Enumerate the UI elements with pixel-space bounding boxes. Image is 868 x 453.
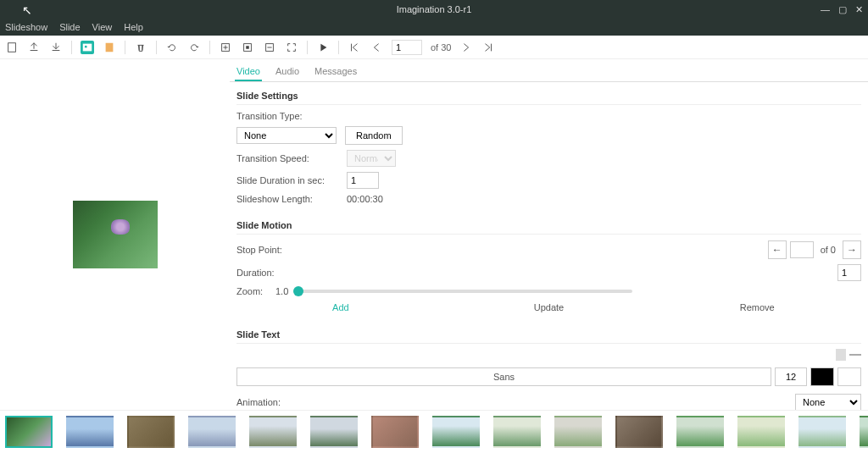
zoom-slider[interactable] bbox=[293, 290, 632, 293]
new-icon[interactable] bbox=[5, 41, 19, 54]
slide-duration-label: Slide Duration in sec: bbox=[236, 175, 347, 185]
page-input[interactable] bbox=[392, 40, 422, 55]
thumbnail[interactable] bbox=[66, 416, 114, 448]
play-icon[interactable] bbox=[316, 41, 330, 54]
thumbnail[interactable] bbox=[493, 416, 541, 448]
transition-speed-select: Normal bbox=[347, 150, 396, 167]
first-icon[interactable] bbox=[348, 41, 361, 54]
cursor-icon: ↖ bbox=[22, 3, 32, 17]
toolbar: of 30 bbox=[0, 36, 868, 59]
open-icon[interactable] bbox=[27, 41, 41, 54]
stop-point-input[interactable] bbox=[790, 241, 814, 258]
page-of-label: of 30 bbox=[431, 42, 451, 52]
thumbnail[interactable] bbox=[432, 416, 480, 448]
thumbnail[interactable] bbox=[371, 416, 419, 448]
slide-motion-title: Slide Motion bbox=[236, 217, 861, 235]
motion-duration-label: Duration: bbox=[236, 268, 347, 278]
next-icon[interactable] bbox=[459, 41, 473, 54]
italic-icon bbox=[849, 354, 861, 356]
thumbnail[interactable] bbox=[5, 416, 53, 448]
slide-duration-stepper[interactable] bbox=[347, 172, 379, 189]
svg-rect-1 bbox=[83, 43, 92, 51]
motion-duration-stepper[interactable] bbox=[837, 264, 861, 281]
maximize-icon[interactable]: ▢ bbox=[838, 4, 847, 15]
zoom-label: Zoom: bbox=[236, 286, 270, 296]
svg-rect-3 bbox=[106, 42, 114, 52]
slide-settings-title: Slide Settings bbox=[236, 87, 861, 105]
tab-bar: Video Audio Messages bbox=[230, 59, 868, 82]
transition-speed-label: Transition Speed: bbox=[236, 153, 347, 163]
zoom-value: 1.0 bbox=[275, 286, 288, 296]
svg-point-2 bbox=[85, 45, 87, 47]
thumbnail[interactable] bbox=[615, 416, 663, 448]
zoom-fit-icon[interactable] bbox=[241, 41, 254, 54]
thumbnail[interactable] bbox=[249, 416, 297, 448]
preview-image bbox=[73, 201, 158, 268]
svg-rect-0 bbox=[8, 42, 16, 52]
svg-rect-6 bbox=[246, 46, 249, 49]
thumbnail[interactable] bbox=[127, 416, 175, 448]
rotate-ccw-icon[interactable] bbox=[165, 41, 179, 54]
thumbnail[interactable] bbox=[798, 416, 846, 448]
motion-update-button[interactable]: Update bbox=[445, 302, 654, 312]
bg-color-picker[interactable] bbox=[837, 367, 861, 386]
thumbnail[interactable] bbox=[188, 416, 236, 448]
close-icon[interactable]: ✕ bbox=[855, 4, 863, 15]
bold-icon bbox=[836, 349, 846, 361]
menu-view[interactable]: View bbox=[92, 22, 113, 32]
thumbnail-strip bbox=[0, 410, 868, 453]
zoom-in-icon[interactable] bbox=[219, 41, 232, 54]
minimize-icon[interactable]: — bbox=[821, 4, 830, 14]
animation-label: Animation: bbox=[236, 397, 347, 407]
rotate-cw-icon[interactable] bbox=[187, 41, 201, 54]
slideshow-length-label: Slideshow Length: bbox=[236, 194, 347, 204]
tab-audio[interactable]: Audio bbox=[274, 63, 301, 81]
slide-text-title: Slide Text bbox=[236, 326, 861, 344]
menu-slide[interactable]: Slide bbox=[59, 22, 80, 32]
stop-prev-icon[interactable]: ← bbox=[768, 240, 787, 259]
stop-next-icon[interactable]: → bbox=[843, 240, 861, 259]
thumbnail[interactable] bbox=[676, 416, 724, 448]
thumbnail[interactable] bbox=[310, 416, 358, 448]
tab-messages[interactable]: Messages bbox=[313, 63, 359, 81]
font-select[interactable]: Sans bbox=[236, 367, 771, 386]
import-image-icon[interactable] bbox=[81, 41, 94, 54]
last-icon[interactable] bbox=[481, 41, 495, 54]
slideshow-length-value: 00:00:30 bbox=[347, 194, 383, 204]
preview-pane bbox=[0, 59, 230, 410]
transition-type-label: Transition Type: bbox=[236, 111, 347, 121]
random-button[interactable]: Random bbox=[345, 126, 403, 145]
save-icon[interactable] bbox=[49, 41, 63, 54]
title-bar: Imagination 3.0-r1 — ▢ ✕ ↖ bbox=[0, 0, 868, 19]
animation-select[interactable]: None bbox=[795, 394, 861, 410]
menu-slideshow[interactable]: Slideshow bbox=[5, 22, 47, 32]
fullscreen-icon[interactable] bbox=[285, 41, 298, 54]
motion-remove-button[interactable]: Remove bbox=[653, 302, 861, 312]
motion-add-button[interactable]: Add bbox=[236, 302, 445, 312]
text-color-picker[interactable] bbox=[810, 367, 834, 386]
menu-bar: Slideshow Slide View Help bbox=[0, 19, 868, 36]
tab-video[interactable]: Video bbox=[235, 63, 262, 81]
thumbnail[interactable] bbox=[554, 416, 602, 448]
transition-type-select[interactable]: None bbox=[236, 127, 337, 144]
stop-of-label: of 0 bbox=[817, 245, 839, 255]
zoom-out-icon[interactable] bbox=[263, 41, 276, 54]
delete-icon[interactable] bbox=[134, 41, 147, 54]
app-title: Imagination 3.0-r1 bbox=[397, 4, 472, 14]
font-size-input[interactable] bbox=[775, 367, 807, 386]
thumbnail[interactable] bbox=[860, 416, 868, 448]
menu-help[interactable]: Help bbox=[124, 22, 143, 32]
import-audio-icon[interactable] bbox=[103, 41, 116, 54]
thumbnail[interactable] bbox=[737, 416, 785, 448]
prev-icon[interactable] bbox=[370, 41, 383, 54]
stop-point-label: Stop Point: bbox=[236, 245, 347, 255]
